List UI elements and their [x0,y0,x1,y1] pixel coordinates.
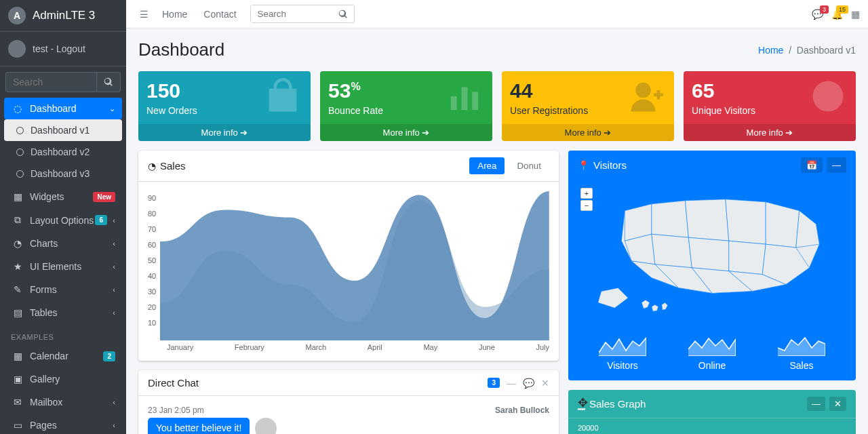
pie-chart-icon: ◔ [148,161,156,172]
sidebar-item-forms[interactable]: ✎Forms‹ [4,279,122,300]
stat-box-link[interactable]: More info ➔ [684,124,856,141]
breadcrumb-home[interactable]: Home [758,45,783,56]
menu-toggle-icon[interactable]: ☰ [134,6,154,22]
stat-box-link[interactable]: More info ➔ [502,124,674,141]
copy-icon: ⧉ [11,214,24,226]
stats-bars-icon [446,78,483,115]
svg-point-3 [635,83,651,98]
badge-count: 6 [95,215,107,225]
image-icon: ▣ [11,374,24,384]
sidebar-item-charts[interactable]: ◔Charts‹ [4,233,122,254]
sidebar-item-dashboard-v1[interactable]: Dashboard v1 [4,119,122,141]
breadcrumb-current: Dashboard v1 [797,45,856,56]
svg-rect-0 [451,96,457,110]
book-icon: ▭ [11,420,24,431]
map-marker-icon: 📍 [578,160,589,171]
chat-message: You better believe it! [148,418,250,434]
nav-header-examples: EXAMPLES [4,325,122,345]
sidebar-item-widgets[interactable]: ▦WidgetsNew [4,186,122,208]
tab-donut[interactable]: Donut [509,157,549,174]
contacts-icon[interactable]: 💬 [523,378,534,389]
sidebar-item-dashboard-v3[interactable]: Dashboard v3 [4,163,122,184]
notifications-badge: 15 [836,5,848,14]
sales-graph-card: ✥ ▁ Sales Graph — ✕ 20000 [568,390,856,434]
svg-rect-1 [462,87,468,111]
topbar-link-home[interactable]: Home [154,5,195,24]
zoom-out-button[interactable]: − [580,200,593,211]
sidebar: A AdminLTE 3 test - Logout ◌Dashboard⌄ D… [0,0,126,434]
messages-badge: 3 [820,5,829,14]
sidebar-item-layout[interactable]: ⧉Layout Options6‹ [4,209,122,231]
user-add-icon [628,78,665,115]
sidebar-item-calendar[interactable]: ▦Calendar2 [4,345,122,367]
tab-area[interactable]: Area [469,157,505,174]
close-icon[interactable]: ✕ [541,378,549,389]
calendar-icon: ▦ [11,351,24,361]
chevron-left-icon: ‹ [113,309,115,317]
stat-box-visitors: 65Unique Visitors More info ➔ [684,71,856,141]
topbar-link-contact[interactable]: Contact [195,5,244,24]
circle-icon [16,127,24,134]
pie-chart-icon: ◔ [11,238,24,249]
card-title: Sales Graph [589,398,646,410]
sidebar-item-pages[interactable]: ▭Pages‹ [4,414,122,434]
direct-chat-card: Direct Chat 3 — 💬 ✕ 23 Jan 2:05 pmSarah … [138,370,559,434]
page-title: Dashboard [138,39,224,60]
card-title: Direct Chat [148,377,199,389]
sparkline-online: Online [688,336,736,371]
table-icon: ▤ [11,307,24,318]
visitors-card: 📍 Visitors 📅 — + − [568,151,856,380]
brand-logo-icon: A [8,7,26,24]
badge-count: 2 [103,351,115,361]
sidebar-item-mailbox[interactable]: ✉Mailbox‹ [4,391,122,413]
stat-box-link[interactable]: More info ➔ [320,124,492,141]
avatar [255,418,277,434]
stat-box-bounce: 53%Bounce Rate More info ➔ [320,71,492,141]
minimize-button[interactable]: — [827,157,846,173]
envelope-icon: ✉ [11,397,24,408]
sidebar-item-ui[interactable]: ★UI Elements‹ [4,256,122,277]
bag-icon [264,78,301,115]
minimize-icon[interactable]: — [507,378,516,389]
user-name: test - Logout [33,43,85,54]
sparkline-visitors: Visitors [599,336,646,371]
chat-badge: 3 [488,378,500,388]
close-button[interactable]: ✕ [829,397,846,411]
chevron-left-icon: ‹ [113,285,115,294]
calendar-button[interactable]: 📅 [801,157,823,173]
breadcrumb: Home / Dashboard v1 [758,45,856,56]
sparkline-sales: Sales [778,336,825,371]
card-title: Sales [160,160,186,172]
messages-icon[interactable]: 💬3 [812,9,823,20]
th-icon: ▦ [11,191,24,202]
card-title: Visitors [593,159,627,171]
user-panel[interactable]: test - Logout [0,32,126,66]
sidebar-item-dashboard-v2[interactable]: Dashboard v2 [4,141,122,163]
stat-box-users: 44User Registrations More info ➔ [502,71,674,141]
avatar [8,40,26,58]
tree-icon: ★ [11,261,24,272]
zoom-in-button[interactable]: + [580,188,593,199]
notifications-icon[interactable]: 🔔15 [831,9,843,20]
topbar-search-input[interactable] [251,5,332,22]
sidebar-search-button[interactable] [97,72,121,92]
fullscreen-icon[interactable]: ▦ [851,9,860,20]
sidebar-item-tables[interactable]: ▤Tables‹ [4,302,122,323]
sidebar-item-dashboard[interactable]: ◌Dashboard⌄ [4,98,122,119]
brand[interactable]: A AdminLTE 3 [0,0,126,32]
stat-box-link[interactable]: More info ➔ [138,124,311,141]
usa-map[interactable] [578,185,846,323]
stat-box-orders: 150New Orders More info ➔ [138,71,311,141]
sidebar-item-gallery[interactable]: ▣Gallery [4,368,122,390]
sidebar-search-input[interactable] [5,72,97,92]
minimize-button[interactable]: — [807,397,825,411]
chevron-down-icon: ⌄ [109,104,115,113]
topbar-search-button[interactable] [332,6,354,22]
circle-icon [16,170,24,178]
chevron-left-icon: ‹ [113,216,115,224]
pie-icon [810,78,846,115]
topbar: ☰ Home Contact 💬3 🔔15 ▦ [126,0,868,28]
circle-icon [16,149,24,156]
chevron-left-icon: ‹ [113,262,115,271]
tachometer-icon: ◌ [11,103,24,114]
